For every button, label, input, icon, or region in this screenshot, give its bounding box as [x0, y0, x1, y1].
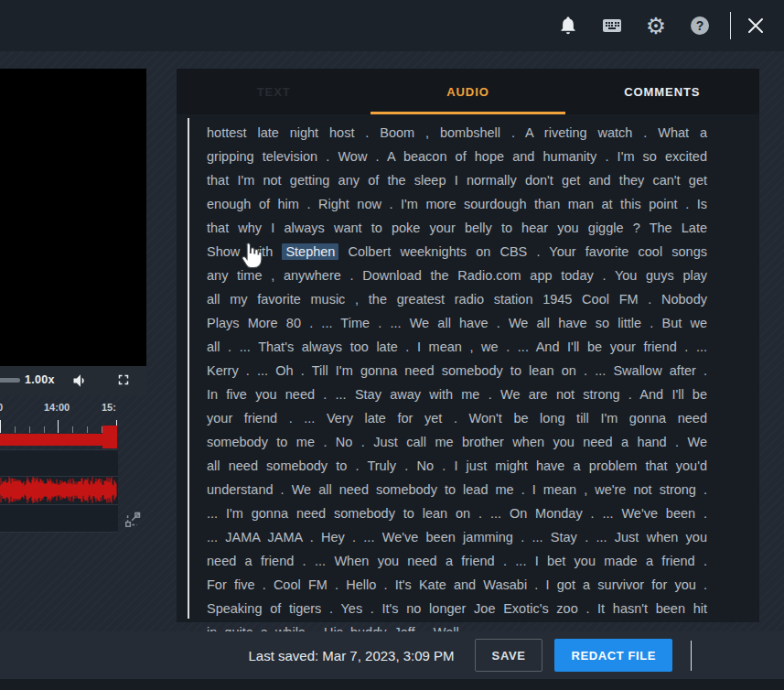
timeline-label: 0: [0, 402, 3, 413]
footer-divider: [691, 641, 692, 671]
redaction-segment-handle[interactable]: [102, 426, 117, 448]
settings-gear-icon[interactable]: ⚙: [640, 10, 671, 41]
transcript-scrollbar[interactable]: [188, 118, 189, 619]
topbar-divider: [730, 12, 731, 39]
bottom-strip: [0, 679, 784, 690]
tab-text[interactable]: TEXT: [177, 69, 371, 114]
timeline-tracks: [0, 449, 118, 533]
notifications-bell-icon[interactable]: [553, 10, 584, 41]
fullscreen-icon[interactable]: [115, 372, 132, 392]
tab-text-label: TEXT: [257, 85, 291, 99]
track-row-waveform[interactable]: [0, 476, 118, 504]
transcript-text: hottest late night host . Boom , bombshe…: [207, 121, 707, 644]
tab-comments[interactable]: COMMENTS: [565, 69, 759, 114]
redaction-segment-bar[interactable]: [0, 434, 103, 446]
redact-file-button[interactable]: REDACT FILE: [554, 639, 672, 672]
audio-waveform: [0, 477, 118, 503]
svg-text:?: ?: [696, 18, 704, 33]
region-select-icon[interactable]: [124, 509, 144, 533]
transcript-before: hottest late night host . Boom , bombshe…: [207, 125, 707, 259]
transcript-panel: TEXT AUDIO COMMENTS hottest late night h…: [177, 69, 759, 622]
track-row-empty[interactable]: [0, 449, 118, 476]
timeline-label: 14:00: [44, 402, 70, 413]
tab-comments-label: COMMENTS: [624, 85, 700, 99]
gear-glyph: ⚙: [646, 15, 666, 38]
top-bar: ⚙ ?: [0, 0, 784, 51]
panel-tab-bar: TEXT AUDIO COMMENTS: [177, 69, 759, 114]
player-control-bar: 1.00x: [0, 366, 146, 395]
video-viewport[interactable]: [0, 69, 146, 366]
footer-bar: Last saved: Mar 7, 2023, 3:09 PM SAVE RE…: [0, 631, 784, 679]
timeline-label: 15:: [102, 402, 116, 413]
highlighted-word[interactable]: Stephen: [282, 243, 338, 260]
track-row-empty[interactable]: [0, 504, 118, 533]
volume-icon[interactable]: [71, 372, 90, 394]
tab-audio[interactable]: AUDIO: [371, 69, 564, 114]
seek-handle[interactable]: [0, 378, 20, 383]
help-icon[interactable]: ?: [684, 10, 715, 41]
save-button[interactable]: SAVE: [475, 639, 543, 672]
tab-audio-label: AUDIO: [446, 85, 489, 99]
keyboard-icon[interactable]: [596, 10, 628, 41]
playback-speed[interactable]: 1.00x: [25, 373, 55, 386]
transcript-scroll-area[interactable]: hottest late night host . Boom , bombshe…: [177, 114, 759, 622]
close-icon[interactable]: [740, 10, 771, 41]
transcript-after: Colbert weeknights on CBS . Your favorit…: [207, 244, 707, 640]
last-saved-text: Last saved: Mar 7, 2023, 3:09 PM: [248, 648, 454, 663]
